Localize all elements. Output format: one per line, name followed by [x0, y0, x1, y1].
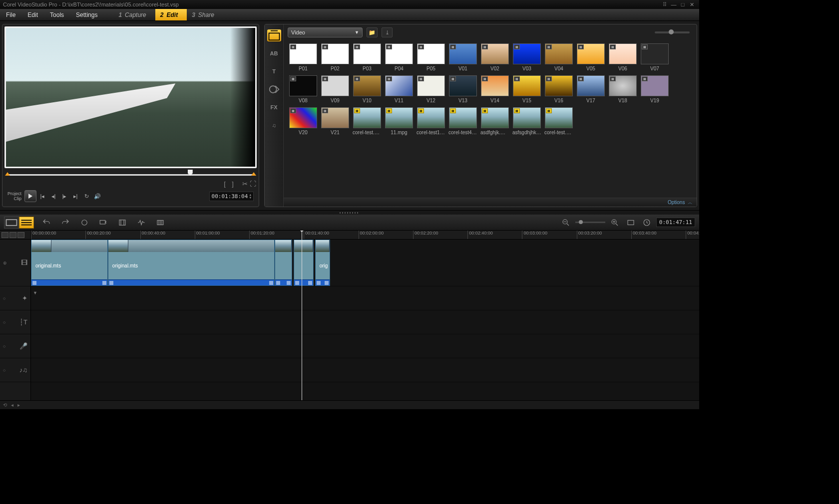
step-capture[interactable]: 1Capture [113, 9, 155, 20]
library-item[interactable]: ▦V19 [640, 75, 669, 103]
music-track[interactable] [31, 358, 699, 382]
menu-settings[interactable]: Settings [70, 11, 103, 18]
library-item[interactable]: ▦V15 [512, 75, 541, 103]
add-folder-button[interactable]: 📁 [367, 27, 378, 37]
voice-track-header[interactable]: ○🎤 [0, 334, 30, 358]
title-track-header[interactable]: ○┆T [0, 310, 30, 334]
timeline-view-button[interactable] [19, 217, 34, 229]
timeline-clip[interactable] [275, 240, 292, 286]
video-track[interactable]: original.mtsoriginal.mtsorig [31, 240, 699, 286]
tab-audio[interactable]: ♫ [267, 119, 281, 131]
tab-filter[interactable]: FX [267, 101, 281, 113]
expand-icon[interactable]: ⛶ [249, 180, 257, 188]
time-ruler[interactable]: 00:00:00:0000:00:20:0000:00:40:0000:01:0… [31, 231, 699, 240]
bracket-out-icon[interactable]: ] [229, 180, 237, 188]
menu-edit[interactable]: Edit [21, 11, 44, 18]
menu-tools[interactable]: Tools [44, 11, 70, 18]
library-item[interactable]: ▦corel-test45... [448, 107, 477, 135]
next-frame-button[interactable]: |▸ [59, 191, 69, 201]
batch-convert-button[interactable] [97, 217, 110, 228]
library-item[interactable]: ▦V14 [480, 75, 509, 103]
overlay-track[interactable] [31, 286, 699, 310]
library-item[interactable]: ▦V08 [289, 75, 318, 103]
autoscroll-icon[interactable]: ⟲ [3, 402, 7, 408]
library-item[interactable]: ▦V20 [289, 107, 318, 135]
scrubber[interactable] [6, 171, 255, 179]
go-end-button[interactable]: ▸| [70, 191, 80, 201]
repeat-button[interactable]: ↻ [81, 191, 91, 201]
library-item[interactable]: ▦V02 [480, 43, 509, 71]
panel-splitter[interactable] [0, 211, 699, 215]
fit-project-button[interactable] [624, 217, 637, 228]
library-item[interactable]: ▦corel-test.m... [353, 107, 382, 135]
tab-transitions[interactable]: AB [267, 47, 281, 59]
import-button[interactable]: ⤓ [382, 27, 393, 37]
close-button[interactable]: ✕ [687, 1, 696, 8]
track-area[interactable]: 00:00:00:0000:00:20:0000:00:40:0000:01:0… [31, 231, 699, 400]
play-button[interactable] [24, 190, 36, 202]
menu-file[interactable]: File [0, 11, 21, 18]
library-item[interactable]: ▦V16 [544, 75, 573, 103]
library-item[interactable]: ▦V13 [448, 75, 477, 103]
redo-button[interactable] [59, 217, 72, 228]
title-track[interactable] [31, 310, 699, 334]
play-mode-labels[interactable]: Project Clip [7, 191, 21, 201]
undo-button[interactable] [40, 217, 53, 228]
library-item[interactable]: ▦V17 [576, 75, 605, 103]
maximize-button[interactable]: □ [678, 1, 687, 7]
library-item[interactable]: ▦V07 [640, 43, 669, 71]
voice-track[interactable] [31, 334, 699, 358]
library-item[interactable]: ▦V18 [608, 75, 637, 103]
playhead-line[interactable] [302, 231, 302, 400]
library-item[interactable]: ▦V21 [321, 107, 350, 135]
ruler-toggle-2[interactable] [9, 232, 16, 238]
library-category-combo[interactable]: Video▼ [288, 27, 363, 37]
instant-project-button[interactable] [154, 217, 167, 228]
library-item[interactable]: ▦V06 [608, 43, 637, 71]
zoom-in-button[interactable] [608, 217, 621, 228]
scroll-right-icon[interactable]: ▸ [17, 402, 20, 408]
ruler-toggle-1[interactable] [1, 232, 8, 238]
zoom-out-button[interactable] [559, 217, 572, 228]
step-share[interactable]: 3Share [187, 9, 223, 20]
sound-mixer-button[interactable] [135, 217, 148, 228]
library-item[interactable]: ▦asdfghjk.mpg [480, 107, 509, 135]
library-item[interactable]: ▦V09 [321, 75, 350, 103]
ruler-toggle-3[interactable] [17, 232, 24, 238]
storyboard-view-button[interactable] [4, 217, 19, 229]
library-item[interactable]: ▦P01 [289, 43, 318, 71]
zoom-slider[interactable] [575, 222, 605, 223]
timeline-clip[interactable]: original.mts [108, 240, 275, 286]
minimize-button[interactable]: — [669, 1, 678, 7]
record-button[interactable] [78, 217, 91, 228]
mark-out-handle[interactable] [251, 172, 256, 176]
library-item[interactable]: ▦asfsgdhjhkl... [512, 107, 541, 135]
music-track-header[interactable]: ○♪♫ [0, 358, 30, 382]
library-item[interactable]: ▦V01 [448, 43, 477, 71]
scroll-left-icon[interactable]: ◂ [11, 402, 13, 408]
thumbnail-size-slider[interactable] [655, 31, 690, 33]
video-track-header[interactable]: ⊕ 🎞 [0, 240, 30, 286]
tab-title[interactable]: T [267, 65, 281, 77]
tab-media[interactable] [267, 29, 281, 41]
go-start-button[interactable]: |◂ [37, 191, 47, 201]
library-item[interactable]: ▦V05 [576, 43, 605, 71]
library-item[interactable]: ▦11.mpg [385, 107, 414, 135]
library-item[interactable]: ▦V10 [353, 75, 382, 103]
bracket-in-icon[interactable]: [ [221, 180, 229, 188]
library-item[interactable]: ▦V11 [385, 75, 414, 103]
timeline-clip[interactable]: original.mts [31, 240, 108, 286]
volume-button[interactable]: 🔊 [92, 191, 102, 201]
timecode-display[interactable]: 00:01:38:04 ▲▼ [209, 192, 254, 201]
timeline-clip[interactable] [294, 240, 314, 286]
prev-frame-button[interactable]: ◂| [48, 191, 58, 201]
options-link[interactable]: Options ︿ [668, 199, 693, 206]
step-edit[interactable]: 2Edit [155, 9, 187, 20]
mark-in-handle[interactable] [5, 172, 10, 176]
timeline-clip[interactable]: orig [315, 240, 331, 286]
scissors-icon[interactable]: ✂ [241, 180, 249, 188]
library-item[interactable]: ▦V04 [544, 43, 573, 71]
library-item[interactable]: ▦corel-test11... [417, 107, 445, 135]
multitrim-button[interactable] [116, 217, 129, 228]
library-item[interactable]: ▦V12 [417, 75, 445, 103]
